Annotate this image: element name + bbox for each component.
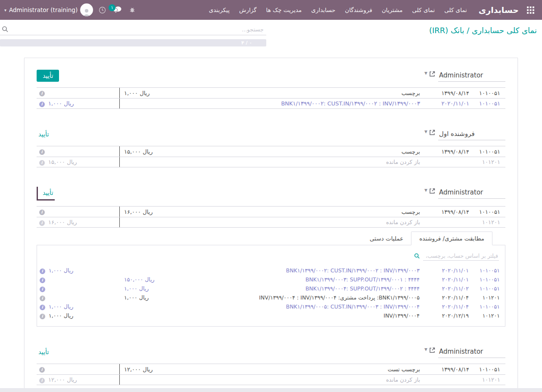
menu-item[interactable]: مشتریان — [377, 0, 408, 20]
line-label: برچسب تست — [184, 366, 424, 373]
messages-icon[interactable]: ۱ — [109, 0, 126, 20]
menu-item[interactable]: نمای کلی — [407, 0, 439, 20]
caret-down-icon: ▼ — [424, 130, 427, 134]
info-cell: i — [37, 294, 47, 301]
open-record-button[interactable]: ▼ — [424, 128, 436, 136]
info-icon[interactable]: i — [39, 210, 45, 215]
table-row[interactable]: ۱۰۱۰۰۵۱ ۲۰۲۰/۱۱/۰۱ BNK۱/۱۳۹۹/۰۰۰۲: CUST.… — [37, 98, 505, 109]
reconciliation-card: Administrator ▼ تأیید ۱۰۱۰۰۵۱ — [37, 346, 505, 385]
match-row[interactable]: ۱۰۱۰۰۵۱ ۲۰۲۰/۱۱/۰۱ BNK۱/۱۳۹۹/۰۰۰۳: SUPP.… — [37, 275, 505, 284]
validate-button[interactable]: تأیید — [37, 346, 50, 358]
partner-input[interactable]: Administrator — [438, 187, 505, 199]
table-row[interactable]: ۱۰۱۲۰۱ باز کردن مانده ۱۶,۰۰۰ ریال i — [37, 217, 505, 228]
info-icon[interactable]: i — [39, 367, 45, 373]
open-record-button[interactable]: ▼ — [424, 346, 436, 354]
debit-amount: ۱۶,۰۰۰ ریال — [119, 207, 184, 217]
user-menu[interactable]: Administrator (training) — [9, 6, 78, 13]
credit-amount: ۱,۰۰۰ ریال — [47, 303, 120, 310]
info-cell: i — [37, 219, 47, 226]
menu-item[interactable]: نمای کلی — [439, 0, 472, 20]
search-bar — [0, 20, 266, 35]
info-icon[interactable]: i — [40, 314, 45, 319]
info-icon[interactable]: i — [40, 278, 45, 283]
info-icon[interactable]: i — [40, 305, 45, 310]
account-code: ۱۰۱۲۰۱ — [472, 294, 505, 301]
partner-input[interactable]: فروشنده اول — [438, 128, 505, 140]
partner-field: Administrator ▼ — [424, 346, 505, 358]
line-label: باز کردن مانده — [184, 377, 424, 383]
match-list: ۱۰۱۰۰۵۱ ۲۰۲۰/۱۱/۰۱ BNK۱/۱۳۹۹/۰۰۰۲: CUST.… — [37, 266, 505, 320]
info-icon[interactable]: i — [40, 287, 45, 292]
info-icon[interactable]: i — [39, 102, 45, 107]
search-icon[interactable] — [414, 253, 420, 259]
debit-amount: ۱,۰۰۰ ریال — [119, 88, 184, 98]
table-row[interactable]: ۱۰۱۰۰۵۱ ۱۳۹۹/۰۸/۱۴ برچسب تست ۱۲,۰۰۰ ریال… — [37, 364, 505, 374]
validate-button[interactable]: تأیید — [41, 187, 55, 199]
statement-lines-table: ۱۰۱۰۰۵۱ ۱۳۹۹/۰۸/۱۴ برچسب ۱۶,۰۰۰ ریال i ۱… — [37, 206, 505, 228]
line-label: INV/۱۳۹۹/۰۰۰۴ — [184, 312, 423, 319]
page: حسابداری نمای کلی نمای کلی مشتریان فروشن… — [0, 0, 542, 392]
partner-input[interactable]: Administrator — [438, 70, 505, 82]
info-cell: i — [37, 377, 47, 383]
info-icon[interactable]: i — [39, 160, 45, 166]
line-date: ۲۰۲۰/۱۱/۰۱ — [423, 276, 472, 283]
apps-grid-icon[interactable] — [523, 0, 538, 20]
user-avatar[interactable] — [80, 3, 93, 16]
menu-item[interactable]: پیکربندی — [204, 0, 234, 20]
info-icon[interactable]: i — [40, 296, 45, 301]
line-label: باز کردن مانده — [184, 219, 424, 225]
filter-input[interactable] — [423, 251, 499, 261]
tab[interactable]: عملیات دستی — [362, 231, 411, 245]
partner-input[interactable]: Administrator — [438, 346, 505, 358]
breadcrumb[interactable]: نمای کلی حسابداری / بانک (IRR) — [429, 26, 537, 35]
menu-item[interactable]: گزارش — [234, 0, 262, 20]
validate-button[interactable]: تأیید — [37, 128, 50, 140]
match-row[interactable]: ۱۰۱۰۰۵۱ ۲۰۲۰/۱۱/۰۴ BNK۱/۱۳۹۹/۰۰۰۵: CUST.… — [37, 302, 505, 311]
line-date: ۲۰۲۰/۱۱/۰۱ — [424, 100, 473, 107]
menu-item[interactable]: حسابداری — [306, 0, 340, 20]
info-icon[interactable]: i — [40, 269, 45, 274]
top-navbar: حسابداری نمای کلی نمای کلی مشتریان فروشن… — [0, 0, 542, 20]
line-date: ۱۳۹۹/۰۸/۱۴ — [424, 209, 473, 215]
debit-amount — [120, 306, 184, 308]
search-icon[interactable] — [2, 26, 9, 33]
open-record-button[interactable]: ▼ — [424, 70, 436, 77]
table-row[interactable]: ۱۰۱۰۰۵۱ ۱۳۹۹/۰۸/۱۴ برچسب ۱۶,۰۰۰ ریال i — [37, 206, 505, 217]
match-row[interactable]: ۱۰۱۲۰۱ ۲۰۲۰/۱۲/۱۹ INV/۱۳۹۹/۰۰۰۴ ۱,۰۰۰ ری… — [37, 311, 505, 320]
table-row[interactable]: ۱۰۱۰۰۵۱ ۱۳۹۹/۰۸/۱۴ برچسب ۱۵,۰۰۰ ریال i — [37, 146, 505, 157]
account-code: ۱۰۱۰۰۵۱ — [473, 148, 505, 155]
match-row[interactable]: ۱۰۱۰۰۵۱ ۲۰۲۰/۱۱/۰۲ BNK۱/۱۳۹۹/۰۰۰۴: SUPP.… — [37, 284, 505, 293]
search-input[interactable] — [9, 26, 264, 33]
table-row[interactable]: ۱۰۱۰۰۵۱ ۱۳۹۹/۰۸/۱۴ برچسب ۱,۰۰۰ ریال i — [37, 87, 505, 98]
account-code: ۱۰۱۰۰۵۱ — [473, 90, 505, 96]
recon-header: Administrator ▼ تأیید — [37, 187, 505, 201]
debit-amount — [120, 315, 184, 317]
line-date: ۲۰۲۰/۱۱/۰۱ — [423, 267, 472, 274]
partner-name: Administrator — [439, 71, 483, 79]
menu-item[interactable]: مدیریت چک ها — [262, 0, 307, 20]
match-row[interactable]: ۱۰۱۰۰۵۱ ۲۰۲۰/۱۱/۰۱ BNK۱/۱۳۹۹/۰۰۰۲: CUST.… — [37, 266, 505, 275]
match-row[interactable]: ۱۰۱۲۰۱ ۲۰۲۰/۱۱/۰۴ BNK۱/۱۳۹۹/۰۰۰۵: پرداخت… — [37, 293, 505, 302]
menu-item[interactable]: فروشندگان — [340, 0, 377, 20]
validate-button[interactable]: تأیید — [37, 70, 59, 82]
info-icon[interactable]: i — [39, 91, 45, 96]
info-icon[interactable]: i — [39, 378, 45, 383]
info-cell: i — [37, 208, 47, 215]
table-row[interactable]: ۱۰۱۲۰۱ باز کردن مانده ۱۲,۰۰۰ ریال i — [37, 374, 505, 385]
info-icon[interactable]: i — [39, 149, 45, 155]
line-label: برچسب — [184, 90, 424, 96]
caret-down-icon: ▼ — [424, 71, 427, 75]
external-link-icon — [429, 71, 436, 77]
table-row[interactable]: ۱۰۱۲۰۱ باز کردن مانده ۱۵,۰۰۰ ریال i — [37, 157, 505, 167]
open-record-button[interactable]: ▼ — [424, 187, 436, 194]
tour-highlight-bracket: تأیید — [37, 187, 55, 201]
info-cell: i — [37, 90, 47, 96]
info-icon[interactable]: i — [39, 220, 45, 226]
app-title[interactable]: حسابداری — [479, 5, 519, 15]
debug-bug-icon[interactable] — [126, 0, 139, 20]
activities-clock-icon[interactable] — [96, 0, 109, 20]
line-date: ۲۰۲۰/۱۱/۰۴ — [423, 294, 472, 301]
tab[interactable]: مطابقت مشتری/ فروشنده — [411, 231, 492, 245]
account-code: ۱۰۱۲۰۱ — [472, 312, 505, 319]
partner-name: Administrator — [439, 348, 483, 355]
